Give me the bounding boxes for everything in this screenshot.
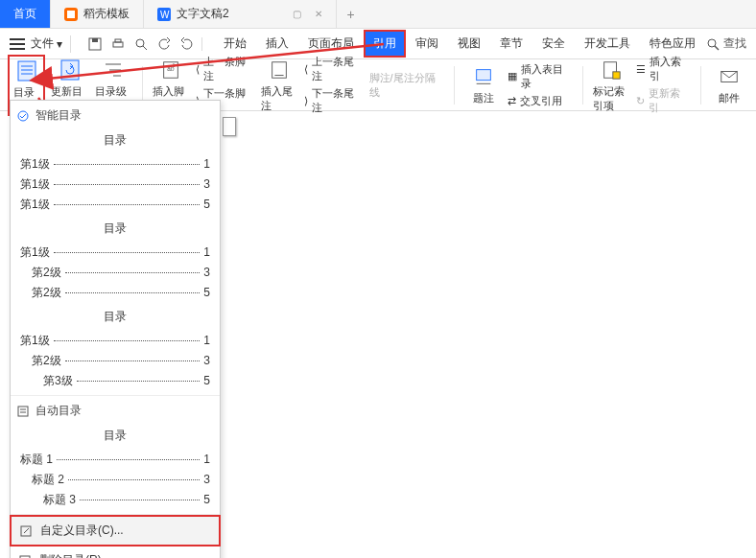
toc-style-3[interactable]: 目录 第1级1 第2级3 第3级5 (11, 309, 220, 391)
menu-tab-insert[interactable]: 插入 (256, 30, 298, 58)
refresh-icon (58, 58, 83, 82)
menu-tab-start[interactable]: 开始 (214, 30, 256, 58)
svg-rect-6 (115, 39, 121, 42)
caption-icon (471, 64, 496, 89)
template-icon (64, 8, 78, 21)
index-mark-icon (599, 58, 624, 82)
mark-index-button[interactable]: 标记索引项 (593, 58, 630, 113)
tab-template-label: 稻壳模板 (83, 6, 130, 22)
chevron-down-icon: ▾ (57, 37, 62, 51)
search-button[interactable]: 查找 (706, 35, 746, 52)
tab-document[interactable]: W 文字文稿2 ▢ ✕ (144, 0, 337, 28)
toc-style-auto[interactable]: 目录 标题 11 标题 23 标题 35 (11, 428, 220, 510)
toc-style-1[interactable]: 目录 第1级1 第1级3 第1级5 (11, 132, 220, 215)
svg-line-8 (143, 46, 147, 50)
hamburger-icon[interactable] (10, 38, 25, 50)
crossref-button[interactable]: ⇄交叉引用 (508, 94, 573, 108)
svg-rect-11 (18, 61, 35, 81)
update-index-icon: ↻ (636, 95, 645, 107)
svg-rect-30 (18, 407, 28, 416)
svg-text:1: 1 (173, 63, 176, 68)
mail-button[interactable]: 邮件 (711, 64, 748, 105)
svg-text:W: W (160, 10, 170, 20)
crossref-icon: ⇄ (508, 95, 516, 107)
print-preview-icon[interactable] (134, 37, 148, 51)
smart-toc-header: 智能目录 (11, 105, 220, 127)
endnote-icon (267, 58, 292, 82)
svg-rect-24 (476, 70, 490, 81)
prev-icon: ⟨ (196, 63, 200, 76)
table-icon: ▦ (508, 70, 517, 82)
toc-icon (14, 58, 39, 83)
svg-line-10 (715, 46, 719, 50)
tab-document-label: 文字文稿2 (177, 6, 229, 22)
print-icon[interactable] (111, 37, 125, 51)
auto-toc-header: 自动目录 (11, 400, 220, 422)
svg-point-29 (18, 111, 28, 121)
insert-index-button[interactable]: ☰插入索引 (636, 55, 691, 83)
doc-icon: W (157, 8, 171, 21)
footnote-divider-button: 脚注/尾注分隔线 (369, 71, 444, 100)
level-icon (101, 58, 126, 82)
undo-icon[interactable] (157, 37, 171, 51)
delete-toc-menuitem[interactable]: 删除目录(R) (11, 546, 220, 558)
menu-tab-review[interactable]: 审阅 (406, 30, 448, 58)
tab-home[interactable]: 首页 (0, 0, 51, 28)
toc-dropdown: 智能目录 目录 第1级1 第1级3 第1级5 目录 第1级1 第2级3 第2级5… (10, 100, 221, 558)
close-icon[interactable]: ✕ (315, 9, 322, 19)
redo-icon[interactable] (180, 37, 194, 51)
svg-rect-27 (613, 71, 620, 78)
quick-access-toolbar (88, 37, 202, 51)
prev-footnote-button[interactable]: ⟨上一条脚注 (196, 55, 255, 83)
menu-tab-special[interactable]: 特色应用 (640, 30, 705, 58)
insert-endnote-button[interactable]: 插入尾注 (261, 58, 298, 113)
svg-rect-4 (92, 38, 98, 42)
menu-tab-chapter[interactable]: 章节 (490, 30, 532, 58)
insert-table-toc-button[interactable]: ▦插入表目录 (508, 62, 573, 91)
caption-button[interactable]: 题注 (464, 64, 502, 105)
insert-index-icon: ☰ (636, 63, 646, 76)
page-thumbnail (223, 117, 236, 136)
next-icon: ⟩ (304, 95, 308, 107)
save-icon[interactable] (88, 37, 102, 51)
prev-icon: ⟨ (304, 63, 308, 76)
tab-template[interactable]: 稻壳模板 (51, 0, 144, 28)
toc-style-2[interactable]: 目录 第1级1 第2级3 第2级5 (11, 221, 220, 303)
tab-popup-icon[interactable]: ▢ (293, 9, 301, 19)
menu-tab-security[interactable]: 安全 (532, 30, 575, 58)
update-index-button: ↻更新索引 (636, 86, 691, 115)
prev-endnote-button[interactable]: ⟨上一条尾注 (304, 55, 364, 83)
svg-point-9 (708, 39, 716, 47)
menu-tab-devtools[interactable]: 开发工具 (575, 30, 640, 58)
menu-tab-view[interactable]: 视图 (448, 30, 490, 58)
file-menu[interactable]: 文件 ▾ (31, 35, 62, 52)
custom-toc-menuitem[interactable]: 自定义目录(C)... (10, 515, 221, 546)
svg-rect-5 (113, 42, 123, 47)
svg-point-7 (136, 39, 144, 47)
add-tab-button[interactable]: + (337, 0, 366, 28)
next-endnote-button[interactable]: ⟩下一条尾注 (304, 86, 364, 115)
footnote-icon: ab1 (158, 58, 183, 82)
menu-tab-references[interactable]: 引用 (364, 30, 406, 58)
menu-tab-layout[interactable]: 页面布局 (298, 30, 364, 58)
mail-icon (717, 64, 742, 89)
